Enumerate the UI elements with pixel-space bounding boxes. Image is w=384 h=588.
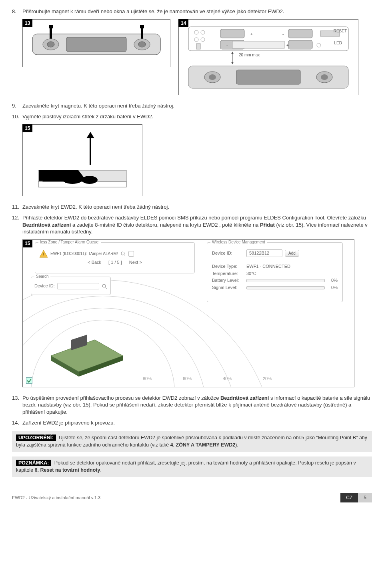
step-9: 9. Zacvakněte kryt magnetu. K této opera… (12, 102, 372, 110)
step-11: 11. Zacvakněte kryt EWD2. K této operaci… (12, 203, 372, 211)
svg-line-49 (105, 287, 107, 289)
step-text: Přišroubujte magnet k rámu dveří nebo ok… (22, 8, 372, 15)
figure-label: 15 (22, 124, 32, 132)
notice-tag: UPOZORNĚNÍ: (16, 435, 56, 441)
figure-label: 13 (22, 19, 32, 27)
type-value: EWF1 - CONNECTED (246, 263, 290, 269)
step-number: 11. (12, 203, 22, 211)
step-8: 8. Přišroubujte magnet k rámu dveří nebo… (12, 8, 372, 15)
led-label: LED (334, 40, 342, 46)
svg-marker-34 (86, 132, 94, 138)
devid-value[interactable]: 58122B12 (246, 249, 282, 257)
alarm-queue-panel: less Zone / Tamper Alarm Queue: ! EWF1 (… (35, 242, 195, 273)
pcb-icon (47, 332, 127, 384)
step-text: Zacvakněte kryt EWD2. K této operaci nen… (22, 203, 372, 211)
t: . (100, 467, 101, 473)
plus-label: + (286, 43, 289, 48)
figure-15a-illustration (30, 130, 134, 190)
svg-rect-28 (236, 70, 300, 84)
svg-point-10 (138, 42, 146, 47)
footer-lang: CZ (340, 493, 358, 502)
batt-bar (246, 279, 325, 282)
sig-value: 0% (327, 285, 338, 291)
figure-label: 14 (178, 19, 188, 27)
step-number: 13. (12, 395, 22, 416)
panel-title: less Zone / Tamper Alarm Queue: (38, 239, 101, 245)
figure-15b-wrap: 15 80% 60% 40% 20% less Zone / Tamper Al… (22, 239, 372, 387)
figure-label: 15 (22, 239, 32, 247)
sig-bar (246, 286, 325, 289)
svg-rect-17 (220, 29, 244, 38)
footer-title: EWD2 - Uživatelský a instalační manuál v… (12, 495, 340, 501)
panel-title: Search (34, 274, 50, 279)
svg-rect-35 (38, 181, 126, 187)
ring-20: 20% (263, 376, 272, 382)
note-notice: POZNÁMKA: Pokud se detektor opakovaně ne… (12, 456, 372, 477)
svg-point-46 (121, 252, 124, 255)
svg-text:!: ! (43, 252, 44, 257)
svg-point-6 (47, 42, 54, 47)
step-10: 10. Vyjměte plastový izolační štítek z d… (12, 113, 372, 120)
t: Po úspěšném provedení přihlašovacího pro… (22, 395, 220, 401)
temp-value: 30°C (246, 271, 256, 277)
svg-point-39 (82, 176, 98, 184)
figure-15b: 15 80% 60% 40% 20% less Zone / Tamper Al… (22, 239, 354, 387)
svg-point-38 (62, 174, 83, 184)
pager: [ 1 / 5 ] (108, 259, 122, 265)
step-14: 14. Zařízení EWD2 je připraveno k provoz… (12, 419, 372, 427)
gap-label: 20 mm max (239, 52, 260, 58)
search-icon[interactable] (102, 283, 107, 289)
notice-tag: POZNÁMKA: (16, 460, 51, 466)
search-icon (120, 251, 126, 257)
svg-rect-20 (288, 40, 312, 49)
checkbox-icon[interactable] (26, 377, 32, 384)
svg-point-32 (321, 74, 328, 80)
svg-rect-21 (232, 41, 284, 48)
t-bold: Bezdrátová zařízení (22, 222, 71, 228)
ring-80: 80% (143, 376, 152, 382)
devid-label: Device ID: (212, 250, 244, 256)
search-panel: Search Device ID: (31, 277, 111, 295)
figure-15-wrap: 15 (22, 124, 372, 196)
warning-notice: UPOZORNĚNÍ: Ujistěte se, že spodní část … (12, 431, 372, 452)
alarm-text: EWF1 (ID:0200011): TAmper ALARM! (50, 251, 118, 257)
t-bold: 6. Reset na tovární hodnoty (35, 467, 100, 473)
svg-marker-25 (231, 52, 234, 54)
step-13: 13. Po úspěšném provedení přihlašovacího… (12, 395, 372, 416)
t-bold: Bezdrátová zařízení (220, 395, 269, 401)
ring-40: 40% (223, 376, 232, 382)
svg-point-30 (209, 74, 216, 80)
step-text: Zařízení EWD2 je připraveno k provozu. (22, 419, 372, 427)
sig-label: Signal Level: (212, 285, 244, 291)
back-link[interactable]: < Back (88, 259, 101, 265)
figure-14: 14 + - - + (178, 19, 358, 95)
t-bold: 4. ZÓNY A TAMPERY EWD2 (170, 442, 236, 448)
figure-13-illustration (30, 25, 162, 61)
step-text: Po úspěšném provedení přihlašovacího pro… (22, 395, 372, 416)
svg-rect-16 (196, 44, 200, 49)
step-number: 14. (12, 419, 22, 427)
svg-rect-7 (140, 25, 144, 28)
t-bold: Přidat (260, 222, 275, 228)
svg-rect-3 (49, 25, 53, 28)
svg-line-47 (124, 255, 126, 256)
svg-point-48 (102, 284, 106, 287)
reset-label: RESET (334, 28, 347, 34)
step-12: 12. Přihlašte detektor EWD2 do bezdrátov… (12, 214, 372, 235)
svg-rect-18 (288, 29, 312, 38)
t: Přihlašte detektor EWD2 do bezdrátové na… (22, 215, 366, 221)
svg-rect-2 (66, 37, 126, 52)
next-link[interactable]: Next > (129, 259, 142, 265)
step-text: Zacvakněte kryt magnetu. K této operaci … (22, 102, 372, 110)
page-footer: EWD2 - Uživatelský a instalační manuál v… (12, 493, 372, 502)
step-text: Vyjměte plastový izolační štítek z držák… (22, 113, 372, 120)
expand-icon[interactable] (128, 251, 134, 257)
figures-row-13-14: 13 14 (22, 19, 372, 95)
step-number: 12. (12, 214, 22, 235)
svg-marker-26 (231, 62, 234, 64)
step-number: 9. (12, 102, 22, 110)
add-button[interactable]: Add (285, 250, 299, 257)
search-input[interactable] (57, 283, 99, 289)
type-label: Device Type: (212, 263, 244, 269)
temp-label: Temperature: (212, 271, 244, 277)
